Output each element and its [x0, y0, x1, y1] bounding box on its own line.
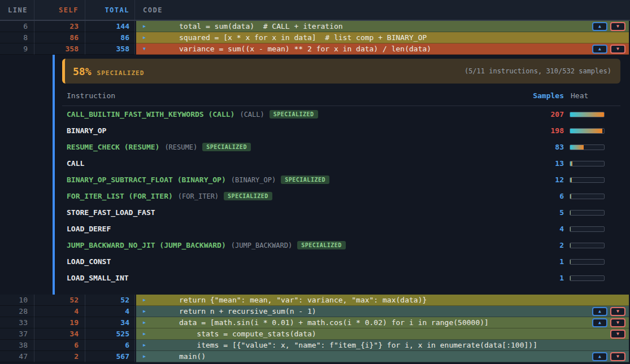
code-cell[interactable]: ▶ return n + recursive_sum(n - 1) ▲ ▼: [136, 306, 629, 317]
code-cell[interactable]: ▶ data = [math.sin(i * 0.01) + math.cos(…: [136, 317, 629, 328]
line-number: 6: [0, 21, 34, 32]
code-cell[interactable]: ▶ return {"mean": mean, "var": variance,…: [136, 295, 629, 306]
base-opcode: (RESUME): [164, 143, 197, 151]
code-cell[interactable]: ▶ total = sum(data) # CALL + iteration ▲…: [136, 21, 629, 32]
heat-cell: [570, 128, 620, 134]
navigate-down-button[interactable]: ▼: [610, 45, 625, 54]
heat-bar-fill: [570, 243, 571, 248]
navigate-up-button[interactable]: ▲: [592, 22, 607, 31]
source-code: variance = sum((x - mean) ** 2 for x in …: [179, 45, 431, 53]
sample-count: 12: [502, 176, 570, 184]
self-samples: 19: [34, 317, 85, 328]
total-samples: 52: [85, 295, 135, 306]
sample-count: 198: [502, 126, 570, 135]
heat-bar-track: [570, 112, 605, 117]
heat-bar-fill: [570, 178, 572, 182]
sample-count: 5: [502, 208, 570, 217]
navigate-down-button[interactable]: ▼: [610, 318, 625, 327]
disclosure-triangle-icon[interactable]: ▶: [143, 321, 146, 325]
instruction-name-cell: JUMP_BACKWARD_NO_JIT (JUMP_BACKWARD) (JU…: [62, 241, 502, 249]
instruction-row: LOAD_DEREF 4: [62, 221, 620, 237]
column-header-samples: Samples: [502, 91, 570, 100]
code-cell[interactable]: ▶ main() ▲ ▼: [136, 351, 629, 362]
source-code: main(): [179, 352, 206, 361]
heat-bar-fill: [570, 276, 571, 280]
line-number: 47: [0, 351, 34, 362]
self-samples: 34: [34, 328, 85, 340]
code-cell[interactable]: ▶ items = [{"value": x, "name": f"item_{…: [136, 340, 629, 351]
navigate-up-button[interactable]: ▲: [592, 318, 607, 327]
heat-bar-track: [570, 259, 605, 265]
heat-bar-fill: [570, 194, 571, 199]
instruction-name-cell: BINARY_OP_SUBTRACT_FLOAT (BINARY_OP) (BI…: [62, 176, 502, 184]
row-nav-buttons: ▲ ▼: [592, 352, 625, 361]
line-number: 9: [0, 43, 34, 55]
row-nav-buttons: ▼: [610, 330, 625, 339]
instruction-name-cell: LOAD_DEREF: [62, 225, 502, 233]
navigate-down-button[interactable]: ▼: [610, 307, 625, 316]
instruction-row: BINARY_OP_SUBTRACT_FLOAT (BINARY_OP) (BI…: [62, 172, 620, 188]
line-number: 10: [0, 295, 34, 306]
heat-cell: [570, 161, 620, 166]
sample-count: 1: [502, 257, 570, 266]
line-number: 33: [0, 317, 34, 328]
navigate-down-button[interactable]: ▼: [610, 22, 625, 31]
instruction-name-cell: CALL: [62, 159, 502, 168]
specialized-percent: 58%: [73, 65, 92, 77]
opcode-name: BINARY_OP_SUBTRACT_FLOAT (BINARY_OP): [67, 176, 226, 184]
specialized-label: SPECIALIZED: [97, 69, 145, 77]
instruction-row: LOAD_CONST 1: [62, 253, 620, 270]
source-code: stats = compute_stats(data): [179, 330, 316, 338]
navigate-up-button[interactable]: ▲: [592, 45, 607, 54]
navigate-up-button[interactable]: ▲: [592, 307, 607, 316]
heat-bar-track: [570, 243, 605, 248]
instruction-name-cell: BINARY_OP: [62, 126, 502, 135]
line-number: 38: [0, 340, 34, 351]
specialized-badge: SPECIALIZED: [270, 110, 318, 119]
disclosure-triangle-icon[interactable]: ▶: [143, 332, 146, 336]
code-cell[interactable]: ▶ stats = compute_stats(data) ▼: [136, 328, 629, 340]
code-line-row: 9 358 358 ▼ variance = sum((x - mean) **…: [0, 43, 630, 55]
line-number: 37: [0, 328, 34, 340]
column-header-total: TOTAL: [85, 0, 135, 20]
sample-count: 13: [502, 159, 570, 168]
source-code: return {"mean": mean, "var": variance, "…: [179, 296, 427, 304]
instruction-name-cell: CALL_BUILTIN_FAST_WITH_KEYWORDS (CALL) (…: [62, 110, 502, 119]
heat-cell: [570, 177, 620, 183]
row-nav-buttons: ▲ ▼: [592, 45, 625, 54]
row-nav-buttons: ▲ ▼: [592, 318, 625, 327]
sample-count: 83: [502, 143, 570, 151]
opcode-name: BINARY_OP: [67, 126, 106, 135]
disclosure-triangle-icon[interactable]: ▶: [143, 24, 146, 29]
opcode-name: STORE_FAST_LOAD_FAST: [67, 208, 155, 217]
code-cell[interactable]: ▼ variance = sum((x - mean) ** 2 for x i…: [136, 43, 629, 55]
disclosure-triangle-icon[interactable]: ▶: [143, 343, 146, 348]
heat-bar-fill: [570, 112, 604, 117]
instruction-row: CALL 13: [62, 155, 620, 172]
self-samples: 4: [34, 306, 85, 317]
disclosure-triangle-icon[interactable]: ▶: [143, 354, 146, 359]
disclosure-triangle-icon[interactable]: ▶: [143, 309, 146, 314]
bottom-code-rows: 10 52 52 ▶ return {"mean": mean, "var": …: [0, 295, 630, 362]
heat-cell: [570, 275, 620, 281]
navigate-up-button[interactable]: ▲: [592, 352, 607, 361]
specialization-banner: 58% SPECIALIZED (5/11 instructions, 310/…: [62, 59, 620, 84]
sample-count: 4: [502, 225, 570, 233]
navigate-down-button[interactable]: ▼: [610, 330, 625, 339]
navigate-down-button[interactable]: ▼: [610, 352, 625, 361]
disclosure-triangle-icon[interactable]: ▶: [143, 298, 146, 302]
code-cell[interactable]: ▶ squared = [x * x for x in data] # list…: [136, 32, 629, 43]
disclosure-triangle-icon[interactable]: ▶: [143, 36, 146, 40]
disclosure-triangle-icon[interactable]: ▼: [143, 47, 146, 51]
source-code: return n + recursive_sum(n - 1): [179, 307, 316, 315]
profiler-app: LINE SELF TOTAL CODE 6 23 144 ▶ total = …: [0, 0, 630, 364]
total-samples: 525: [85, 328, 135, 340]
instruction-row: CALL_BUILTIN_FAST_WITH_KEYWORDS (CALL) (…: [62, 106, 620, 122]
total-samples: 6: [85, 340, 135, 351]
top-code-rows: 6 23 144 ▶ total = sum(data) # CALL + it…: [0, 21, 630, 55]
self-samples: 86: [34, 32, 85, 43]
total-samples: 567: [85, 351, 135, 362]
total-samples: 34: [85, 317, 135, 328]
heat-cell: [570, 243, 620, 248]
code-line-row: 6 23 144 ▶ total = sum(data) # CALL + it…: [0, 21, 630, 32]
